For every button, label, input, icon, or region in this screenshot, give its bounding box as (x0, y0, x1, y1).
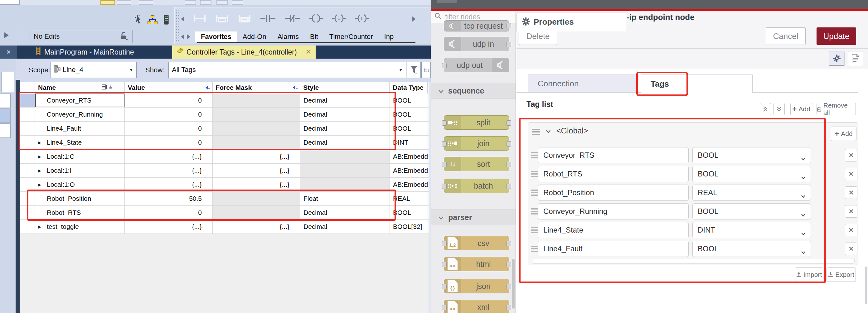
node-output-port[interactable] (506, 284, 511, 289)
contact-xio-icon[interactable] (284, 13, 300, 25)
table-row[interactable]: Local:1:C {...} {...} AB:Embedded_Discre… (20, 150, 431, 164)
remove-tag-button[interactable]: ✕ (845, 243, 858, 255)
properties-view-button[interactable] (829, 51, 845, 66)
node-output-port[interactable] (506, 184, 511, 189)
tag-name-input[interactable]: Line4_State (538, 222, 689, 238)
node-output-port[interactable] (506, 162, 511, 167)
node-input-port[interactable] (442, 305, 446, 310)
instruction-tab-inp[interactable]: Inp (379, 31, 400, 42)
tag-type-select[interactable]: BOOL (692, 166, 811, 182)
drag-handle-icon[interactable] (532, 129, 539, 135)
close-pane-icon[interactable]: × (0, 45, 17, 59)
row-selector[interactable] (20, 206, 35, 220)
node-output-port[interactable] (506, 42, 511, 47)
tag-name-input[interactable]: Robot_Position (538, 185, 689, 201)
dropdown-caret-icon[interactable]: ▼ (399, 68, 403, 72)
table-row[interactable]: test_toggle {...} {...} Decimal BOOL[32] (20, 220, 431, 234)
palette-section-sequence[interactable]: sequence (431, 83, 516, 98)
palette-scrollbar[interactable] (512, 259, 515, 309)
cancel-button[interactable]: Cancel (766, 27, 806, 45)
tag-name-input[interactable]: Conveyor_RTS (538, 147, 689, 163)
move-down-button[interactable] (774, 103, 785, 115)
row-selector[interactable] (20, 178, 35, 192)
tag-type-select[interactable]: REAL (692, 185, 811, 201)
network-browse-icon[interactable] (147, 14, 158, 25)
row-selector[interactable] (20, 107, 35, 122)
node-input-port[interactable] (442, 184, 446, 189)
table-row[interactable]: Robot_Position 50.5 Float REAL (20, 192, 431, 206)
tag-group-label[interactable]: <Global> (556, 126, 588, 135)
contact-xic-icon[interactable] (260, 13, 276, 25)
table-row[interactable]: Local:1:O {...} {...} AB:Embedded_Discre… (20, 178, 431, 192)
node-output-port[interactable] (506, 141, 511, 147)
header-data-type[interactable]: Data Type (390, 82, 428, 94)
rung-icon[interactable] (192, 14, 207, 24)
remove-tag-button[interactable]: ✕ (845, 205, 858, 218)
update-button[interactable]: Update (816, 27, 856, 45)
node-input-port[interactable] (442, 162, 446, 167)
palette-node-batch[interactable]: batch (444, 179, 509, 193)
instruction-tab-bit[interactable]: Bit (304, 31, 324, 42)
name-filter-input[interactable]: Enter Name Filt (422, 62, 431, 78)
toolbar-button-stub[interactable] (117, 0, 131, 5)
palette-node-json[interactable]: { } json (444, 279, 509, 293)
header-force-mask[interactable]: Force Mask (213, 82, 300, 94)
table-row[interactable]: Line4_Fault 0 Decimal BOOL (20, 122, 431, 136)
table-row[interactable]: Robot_RTS 0 Decimal BOOL (20, 206, 431, 220)
tag-type-select[interactable]: BOOL (692, 241, 811, 257)
controller-device-icon[interactable] (160, 14, 172, 25)
import-button[interactable]: Import (795, 268, 824, 282)
instruction-tab-favorites[interactable]: Favorites (195, 31, 237, 42)
tag-name-input[interactable]: Conveyor_Running (538, 203, 689, 219)
tag-type-select[interactable]: BOOL (692, 147, 811, 163)
add-tag-button[interactable]: +Add (790, 103, 812, 115)
palette-section-parser[interactable]: parser (431, 210, 516, 225)
palette-node-tcp-request[interactable]: tcp request (444, 20, 509, 31)
tab-tags[interactable]: Tags (641, 74, 753, 93)
tab-mainprogram[interactable]: MainProgram - MainRoutine (31, 45, 138, 59)
toolbar-button-stub[interactable] (216, 0, 228, 5)
chevron-down-icon[interactable] (546, 129, 551, 134)
tab-properties[interactable]: Properties (517, 12, 627, 31)
table-row[interactable]: Conveyor_Running 0 Decimal BOOL (20, 107, 431, 122)
toolbar-button-stub[interactable] (200, 0, 212, 5)
group-add-tag-button[interactable]: +Add (831, 127, 857, 141)
scope-dropdown[interactable]: Line_4 ▼ (51, 62, 136, 78)
row-selector[interactable] (20, 220, 35, 234)
node-input-port[interactable] (442, 141, 446, 147)
remove-tag-button[interactable]: ✕ (845, 168, 858, 180)
node-input-port[interactable] (442, 241, 446, 246)
show-dropdown[interactable]: All Tags ▼ (168, 62, 406, 78)
pane-divider[interactable] (16, 80, 20, 313)
node-output-port[interactable] (506, 241, 511, 246)
instruction-tab-addon[interactable]: Add-On (237, 31, 272, 42)
row-selector[interactable] (20, 164, 35, 178)
instruction-tab-alarms[interactable]: Alarms (272, 31, 304, 42)
node-input-port[interactable] (442, 262, 446, 267)
tag-name-input[interactable]: Robot_RTS (538, 166, 689, 182)
remove-tag-button[interactable]: ✕ (845, 186, 858, 199)
tag-name-input[interactable]: Line4_Fault (538, 241, 689, 257)
export-button[interactable]: Export (827, 268, 856, 282)
node-output-port[interactable] (506, 23, 511, 28)
palette-node-split[interactable]: split (444, 115, 509, 130)
instruction-tab-timercounter[interactable]: Timer/Counter (324, 31, 379, 42)
node-output-port[interactable] (506, 262, 511, 267)
table-row[interactable]: Line4_State 0 Decimal DINT (20, 136, 431, 150)
row-selector[interactable] (20, 192, 35, 206)
tag-type-select[interactable]: DINT (692, 222, 811, 238)
remove-all-button[interactable]: Remove all (816, 103, 856, 115)
tag-type-select[interactable]: BOOL (692, 203, 811, 219)
highlighted-toolbar-button[interactable] (100, 0, 115, 5)
move-up-button[interactable] (760, 103, 771, 115)
row-selector[interactable] (20, 94, 35, 107)
header-selector[interactable] (20, 82, 35, 94)
remove-tag-button[interactable]: ✕ (845, 149, 858, 161)
tray-scrollbar[interactable] (865, 267, 867, 304)
node-input-port[interactable] (442, 284, 446, 289)
palette-node-udp-out[interactable]: udp out (444, 58, 509, 72)
palette-node-udp-in[interactable]: udp in (444, 37, 509, 51)
header-style[interactable]: Style (300, 82, 390, 94)
toolbar-button-stub[interactable] (139, 0, 153, 5)
sort-icon[interactable] (102, 84, 113, 90)
